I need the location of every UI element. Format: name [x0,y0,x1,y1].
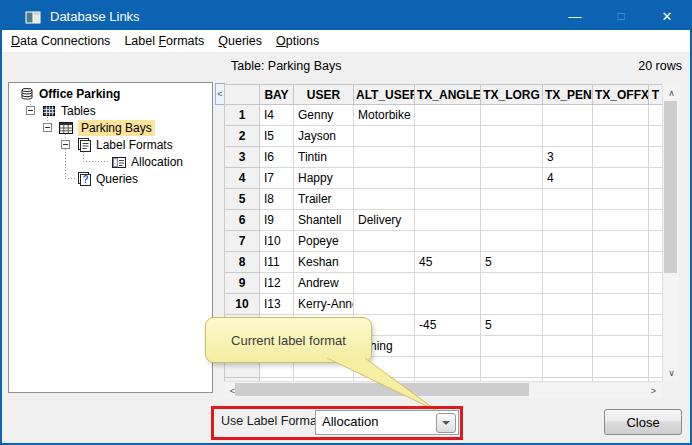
user-cell[interactable]: Genny [294,105,354,126]
tx-angle-cell[interactable] [415,189,481,210]
col-header-tx-lorg[interactable]: TX_LORG [481,85,543,105]
alt-user-cell[interactable] [354,189,415,210]
tree-label[interactable]: Label Formats [96,138,173,152]
tx-pen-cell[interactable] [543,315,593,336]
tx-offx-cell[interactable] [593,189,649,210]
tx-pen-cell[interactable] [543,336,593,357]
t-cell[interactable] [649,105,663,126]
alt-user-cell[interactable] [354,273,415,294]
row-number-cell[interactable]: 10 [225,294,260,315]
close-icon[interactable]: ✕ [644,2,690,30]
tx-angle-cell[interactable] [415,210,481,231]
menu-data-connections[interactable]: Data Connections [4,31,117,51]
tx-lorg-cell[interactable] [481,273,543,294]
row-number-cell[interactable]: 8 [225,252,260,273]
tree-expander-parking-bays[interactable] [43,123,52,132]
bay-cell[interactable]: I12 [260,273,294,294]
table-row[interactable]: 9 I12 Andrew [225,273,663,294]
tx-angle-cell[interactable] [415,126,481,147]
tx-lorg-cell[interactable] [481,357,543,378]
table-row[interactable]: 6 I9 Shantell Delivery [225,210,663,231]
alt-user-cell[interactable]: Motorbike [354,105,415,126]
tree-item-parking-bays[interactable]: Parking Bays [58,119,155,136]
tx-pen-cell[interactable] [543,231,593,252]
tx-angle-cell[interactable]: 45 [415,252,481,273]
tx-pen-cell[interactable]: 4 [543,168,593,189]
tx-lorg-cell[interactable] [481,294,543,315]
t-cell[interactable] [649,252,663,273]
col-header-alt-user[interactable]: ALT_USER [354,85,415,105]
table-row[interactable]: 8 I11 Keshan 45 5 [225,252,663,273]
t-cell[interactable] [649,357,663,378]
row-number-cell[interactable]: 7 [225,231,260,252]
table-row[interactable]: 3 I6 Tintin 3 [225,147,663,168]
tx-lorg-cell[interactable]: 5 [481,252,543,273]
user-cell[interactable]: Andrew [294,273,354,294]
user-cell[interactable]: Popeye [294,231,354,252]
bay-cell[interactable]: I4 [260,105,294,126]
tx-lorg-cell[interactable] [481,147,543,168]
tree-label[interactable]: Allocation [131,155,183,169]
user-cell[interactable]: Trailer [294,189,354,210]
tx-angle-cell[interactable] [415,147,481,168]
minimize-icon[interactable]: — [552,2,598,30]
alt-user-cell[interactable]: Delivery [354,210,415,231]
t-cell[interactable] [649,336,663,357]
bay-cell[interactable]: I8 [260,189,294,210]
scroll-down-icon[interactable]: ∨ [663,364,680,381]
col-header-user[interactable]: USER [294,85,354,105]
alt-user-cell[interactable] [354,252,415,273]
tree-item-tables[interactable]: Tables [41,102,96,119]
row-number-cell[interactable]: 2 [225,126,260,147]
user-cell[interactable]: Jayson [294,126,354,147]
menu-queries[interactable]: Queries [211,31,269,51]
bay-cell[interactable]: I13 [260,294,294,315]
user-cell[interactable]: Kerry-Anne [294,294,354,315]
row-number-cell[interactable]: 9 [225,273,260,294]
tx-angle-cell[interactable] [415,273,481,294]
tx-lorg-cell[interactable] [481,168,543,189]
tx-pen-cell[interactable] [543,357,593,378]
tx-offx-cell[interactable] [593,315,649,336]
row-number-cell[interactable]: 3 [225,147,260,168]
user-cell[interactable]: Keshan [294,252,354,273]
menu-options[interactable]: Options [269,31,326,51]
tx-angle-cell[interactable] [415,168,481,189]
tx-angle-cell[interactable]: -45 [415,315,481,336]
menu-label-formats[interactable]: Label Formats [117,31,211,51]
tx-offx-cell[interactable] [593,147,649,168]
t-cell[interactable] [649,273,663,294]
t-cell[interactable] [649,168,663,189]
tx-offx-cell[interactable] [593,210,649,231]
col-header-rownum[interactable] [225,85,260,105]
bay-cell[interactable]: I9 [260,210,294,231]
tx-pen-cell[interactable] [543,273,593,294]
col-header-tx-angle[interactable]: TX_ANGLE [415,85,481,105]
tx-offx-cell[interactable] [593,336,649,357]
table-row[interactable]: 5 I8 Trailer [225,189,663,210]
table-row[interactable]: 1 I4 Genny Motorbike [225,105,663,126]
vertical-scrollbar-thumb[interactable] [664,101,677,273]
tx-offx-cell[interactable] [593,105,649,126]
tx-offx-cell[interactable] [593,273,649,294]
t-cell[interactable] [649,210,663,231]
col-header-t[interactable]: T [649,85,663,105]
tx-offx-cell[interactable] [593,252,649,273]
tree-item-label-formats[interactable]: Label Formats [76,136,173,153]
alt-user-cell[interactable] [354,147,415,168]
titlebar[interactable]: Database Links — □ ✕ [2,2,690,30]
tx-offx-cell[interactable] [593,126,649,147]
alt-user-cell[interactable] [354,294,415,315]
tx-pen-cell[interactable] [543,105,593,126]
bay-cell[interactable]: I6 [260,147,294,168]
bay-cell[interactable]: I5 [260,126,294,147]
tx-pen-cell[interactable]: 3 [543,147,593,168]
tx-pen-cell[interactable] [543,294,593,315]
scroll-right-icon[interactable]: > [645,382,662,399]
t-cell[interactable] [649,189,663,210]
tree-label-selected[interactable]: Parking Bays [78,120,155,136]
scroll-up-icon[interactable]: ∧ [663,84,680,101]
tx-offx-cell[interactable] [593,231,649,252]
tx-angle-cell[interactable] [415,231,481,252]
label-format-combobox[interactable]: Allocation [315,410,459,435]
